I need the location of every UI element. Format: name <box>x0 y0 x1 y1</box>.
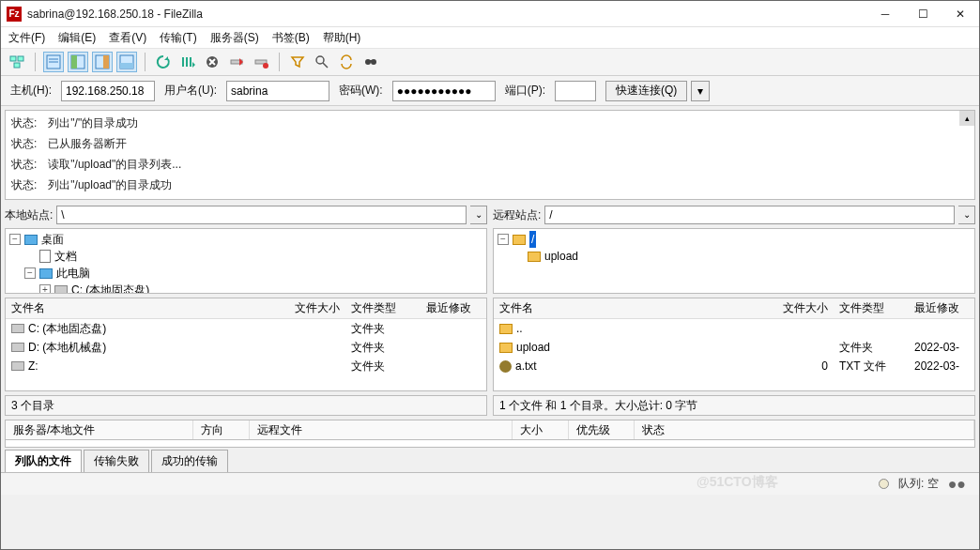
col-direction[interactable]: 方向 <box>193 420 250 439</box>
list-item[interactable]: Z:文件夹 <box>6 357 486 375</box>
pass-input[interactable] <box>392 81 496 101</box>
tab-failed[interactable]: 传输失败 <box>84 450 149 472</box>
activity-indicator-icon: ●● <box>948 479 966 489</box>
col-modified[interactable]: 最近修改 <box>421 300 486 316</box>
menu-server[interactable]: 服务器(S) <box>210 30 259 46</box>
local-tree[interactable]: −桌面 文档 −此电脑 +C: (本地固态盘) <box>5 228 487 294</box>
quickconnect-button[interactable]: 快速连接(Q) <box>605 81 687 101</box>
compare-icon[interactable] <box>312 52 332 72</box>
collapse-icon[interactable]: − <box>498 234 509 245</box>
remote-pane: 远程站点: ⌄ −/ upload 文件名 文件大小 文件类型 最近修改 .. … <box>493 204 975 416</box>
col-status[interactable]: 状态 <box>635 420 974 439</box>
menu-file[interactable]: 文件(F) <box>8 30 45 46</box>
folder-up-icon <box>499 324 513 334</box>
list-item[interactable]: upload文件夹2022-03- <box>494 338 974 357</box>
collapse-icon[interactable]: − <box>24 267 36 279</box>
drive-icon <box>54 285 68 294</box>
svg-rect-9 <box>103 55 109 69</box>
menu-bar: 文件(F) 编辑(E) 查看(V) 传输(T) 服务器(S) 书签(B) 帮助(… <box>1 27 979 48</box>
remote-site-dropdown[interactable]: ⌄ <box>958 206 975 224</box>
desktop-icon <box>24 235 38 245</box>
tree-node-selected[interactable]: / <box>529 231 536 248</box>
remote-status: 1 个文件 和 1 个目录。大小总计: 0 字节 <box>493 395 975 416</box>
menu-bookmark[interactable]: 书签(B) <box>272 30 310 46</box>
maximize-button[interactable]: ☐ <box>904 1 942 26</box>
col-type[interactable]: 文件类型 <box>345 300 421 316</box>
tree-node[interactable]: 桌面 <box>41 231 64 248</box>
app-logo-icon: Fz <box>7 7 22 22</box>
list-item[interactable]: a.txt0TXT 文件2022-03- <box>494 357 974 375</box>
quickconnect-dropdown[interactable]: ▾ <box>691 81 710 101</box>
col-remote[interactable]: 远程文件 <box>250 420 513 439</box>
disconnect-icon[interactable] <box>226 52 247 72</box>
col-modified[interactable]: 最近修改 <box>909 300 974 316</box>
svg-rect-1 <box>18 56 23 61</box>
log-status-label: 状态: <box>11 133 37 154</box>
list-item[interactable]: C: (本地固态盘)文件夹 <box>6 319 486 338</box>
reconnect-icon[interactable] <box>251 52 271 72</box>
title-bar: Fz sabrina@192.168.250.18 - FileZilla ─ … <box>1 1 979 27</box>
queue-body[interactable] <box>5 440 975 448</box>
menu-view[interactable]: 查看(V) <box>109 30 146 46</box>
sync-browse-icon[interactable] <box>336 52 357 72</box>
toggle-log-icon[interactable] <box>43 52 64 72</box>
local-filelist-header[interactable]: 文件名 文件大小 文件类型 最近修改 <box>6 298 486 319</box>
remote-site-label: 远程站点: <box>493 207 541 223</box>
col-name[interactable]: 文件名 <box>6 300 280 316</box>
folder-icon <box>528 252 541 262</box>
tab-success[interactable]: 成功的传输 <box>151 450 228 472</box>
queue-header[interactable]: 服务器/本地文件 方向 远程文件 大小 优先级 状态 <box>5 420 975 440</box>
local-site-input[interactable] <box>56 206 467 224</box>
host-label: 主机(H): <box>10 83 52 99</box>
cancel-icon[interactable] <box>202 52 222 72</box>
log-line: 读取"/upload"的目录列表... <box>48 154 181 175</box>
remote-tree[interactable]: −/ upload <box>493 228 975 294</box>
col-type[interactable]: 文件类型 <box>834 300 909 316</box>
tree-node[interactable]: upload <box>544 248 578 265</box>
menu-edit[interactable]: 编辑(E) <box>58 30 96 46</box>
expand-icon[interactable]: + <box>39 284 51 294</box>
scroll-up-icon[interactable]: ▴ <box>959 111 974 126</box>
tab-queued[interactable]: 列队的文件 <box>5 450 82 472</box>
user-input[interactable] <box>226 81 329 101</box>
tree-node[interactable]: 文档 <box>54 248 77 265</box>
message-log[interactable]: ▴ 状态:列出"/"的目录成功 状态:已从服务器断开 状态:读取"/upload… <box>5 110 975 200</box>
remote-filelist[interactable]: 文件名 文件大小 文件类型 最近修改 .. upload文件夹2022-03- … <box>493 298 975 391</box>
col-server[interactable]: 服务器/本地文件 <box>6 420 193 439</box>
refresh-icon[interactable] <box>153 52 174 72</box>
menu-transfer[interactable]: 传输(T) <box>160 30 196 46</box>
filter-icon[interactable] <box>287 52 308 72</box>
sitemanager-icon[interactable] <box>7 52 27 72</box>
lock-indicator-icon[interactable] <box>879 479 889 489</box>
host-input[interactable] <box>61 81 155 101</box>
port-input[interactable] <box>555 81 596 101</box>
local-filelist[interactable]: 文件名 文件大小 文件类型 最近修改 C: (本地固态盘)文件夹 D: (本地机… <box>5 298 487 391</box>
col-size[interactable]: 文件大小 <box>280 300 345 316</box>
drive-icon <box>11 361 24 371</box>
remote-site-input[interactable] <box>544 206 955 224</box>
document-icon <box>39 250 51 263</box>
log-status-label: 状态: <box>11 154 37 175</box>
local-site-dropdown[interactable]: ⌄ <box>470 206 487 224</box>
menu-help[interactable]: 帮助(H) <box>323 30 361 46</box>
col-size[interactable]: 大小 <box>513 420 569 439</box>
col-priority[interactable]: 优先级 <box>569 420 635 439</box>
list-item[interactable]: D: (本地机械盘)文件夹 <box>6 338 486 357</box>
toggle-remotetree-icon[interactable] <box>92 52 113 72</box>
file-icon <box>499 360 512 373</box>
list-item[interactable]: .. <box>494 319 974 338</box>
toggle-queue-icon[interactable] <box>116 52 137 72</box>
pass-label: 密码(W): <box>339 83 383 99</box>
collapse-icon[interactable]: − <box>9 234 21 245</box>
tree-node[interactable]: C: (本地固态盘) <box>71 282 149 294</box>
process-queue-icon[interactable] <box>177 52 198 72</box>
minimize-button[interactable]: ─ <box>866 1 904 26</box>
remote-filelist-header[interactable]: 文件名 文件大小 文件类型 最近修改 <box>494 298 974 319</box>
toggle-localtree-icon[interactable] <box>68 52 88 72</box>
search-icon[interactable] <box>360 52 381 72</box>
close-button[interactable]: ✕ <box>942 1 979 26</box>
tree-node[interactable]: 此电脑 <box>56 265 90 282</box>
col-name[interactable]: 文件名 <box>494 300 768 316</box>
col-size[interactable]: 文件大小 <box>768 300 834 316</box>
svg-point-15 <box>263 63 268 69</box>
